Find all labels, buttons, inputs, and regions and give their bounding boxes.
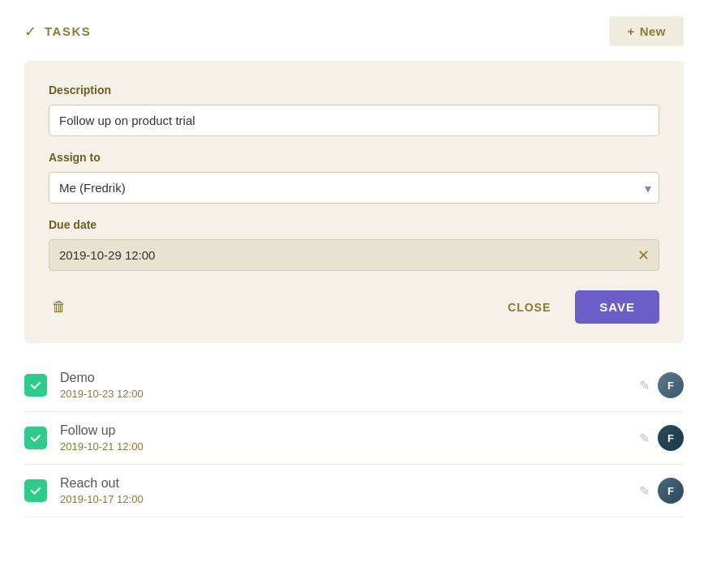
header-left: ✓ TASKS bbox=[24, 23, 91, 41]
due-date-wrapper: ✕ bbox=[49, 239, 659, 271]
check-icon: ✓ bbox=[24, 23, 36, 41]
task-form-card: Description Assign to Me (Fredrik) Other… bbox=[24, 61, 684, 343]
avatar-2: F bbox=[658, 425, 684, 451]
task-title-3: Reach out bbox=[60, 476, 639, 491]
description-label: Description bbox=[49, 84, 659, 97]
clear-date-button[interactable]: ✕ bbox=[637, 248, 650, 263]
task-checkbox-2[interactable] bbox=[24, 427, 47, 449]
new-button-label: New bbox=[640, 24, 666, 38]
description-input[interactable] bbox=[49, 105, 659, 136]
due-date-input[interactable] bbox=[49, 239, 659, 271]
page-header: ✓ TASKS + New bbox=[24, 16, 684, 46]
task-list: Demo 2019-10-23 12:00 ✎ F Follow up 2019… bbox=[24, 359, 684, 517]
edit-icon-3[interactable]: ✎ bbox=[639, 483, 650, 499]
new-task-button[interactable]: + New bbox=[609, 16, 684, 46]
plus-icon: + bbox=[627, 24, 634, 38]
task-title-1: Demo bbox=[60, 371, 639, 385]
delete-task-button[interactable]: 🗑 bbox=[49, 295, 70, 319]
task-title-2: Follow up bbox=[60, 423, 639, 438]
task-info-3: Reach out 2019-10-17 12:00 bbox=[60, 476, 639, 505]
assign-to-select[interactable]: Me (Fredrik) Other bbox=[49, 172, 659, 204]
task-date-2: 2019-10-21 12:00 bbox=[60, 440, 639, 453]
task-actions-1: ✎ F bbox=[639, 372, 684, 398]
save-button[interactable]: SAVE bbox=[575, 290, 659, 324]
task-date-3: 2019-10-17 12:00 bbox=[60, 493, 639, 505]
avatar-3: F bbox=[658, 478, 684, 504]
edit-icon-1[interactable]: ✎ bbox=[639, 378, 650, 393]
table-row: Reach out 2019-10-17 12:00 ✎ F bbox=[24, 465, 684, 517]
tasks-title: TASKS bbox=[45, 24, 91, 38]
task-actions-3: ✎ F bbox=[639, 478, 684, 504]
task-actions-2: ✎ F bbox=[639, 425, 684, 451]
task-info-1: Demo 2019-10-23 12:00 bbox=[60, 371, 639, 400]
assign-to-label: Assign to bbox=[49, 151, 659, 164]
task-date-1: 2019-10-23 12:00 bbox=[60, 388, 639, 400]
task-checkbox-1[interactable] bbox=[24, 374, 47, 397]
edit-icon-2[interactable]: ✎ bbox=[639, 431, 650, 446]
avatar-1: F bbox=[658, 372, 684, 398]
assign-select-wrapper: Me (Fredrik) Other ▾ bbox=[49, 172, 659, 204]
table-row: Demo 2019-10-23 12:00 ✎ F bbox=[24, 359, 684, 412]
form-actions: 🗑 CLOSE SAVE bbox=[49, 290, 659, 324]
close-button[interactable]: CLOSE bbox=[496, 293, 562, 322]
task-info-2: Follow up 2019-10-21 12:00 bbox=[60, 423, 639, 453]
table-row: Follow up 2019-10-21 12:00 ✎ F bbox=[24, 412, 684, 465]
due-date-label: Due date bbox=[49, 218, 659, 231]
task-checkbox-3[interactable] bbox=[24, 479, 47, 502]
form-right-actions: CLOSE SAVE bbox=[496, 290, 659, 324]
trash-icon: 🗑 bbox=[52, 298, 67, 315]
